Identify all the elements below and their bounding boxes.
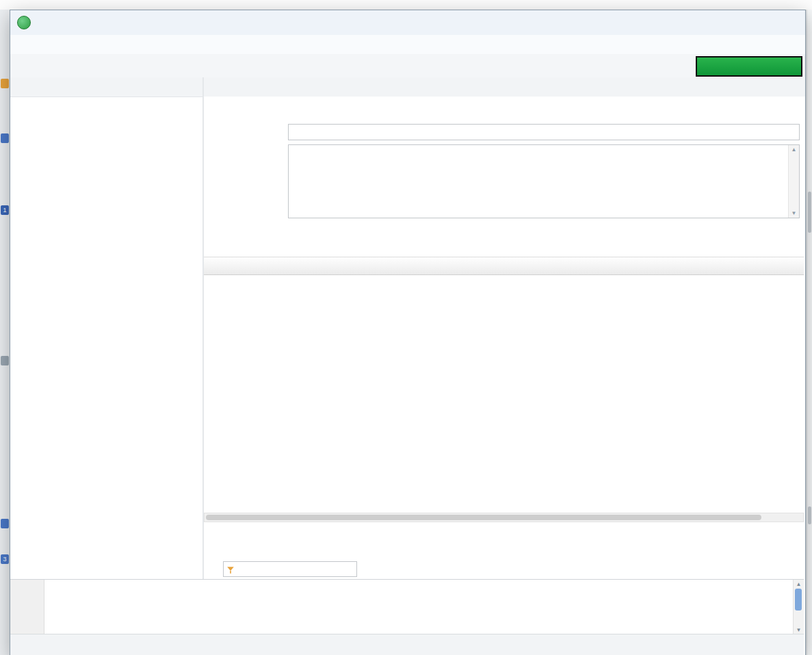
- app-icon: [17, 16, 31, 29]
- main-tabs: [204, 77, 805, 97]
- minimize-icon[interactable]: [711, 10, 742, 35]
- window-controls: [711, 10, 805, 35]
- sql-log-scrollbar-thumb[interactable]: [795, 589, 802, 611]
- background-left-strip: 1 3: [0, 10, 10, 655]
- toolbar: [10, 54, 805, 78]
- comment-box: ▲ ▼: [288, 144, 800, 218]
- background-icon: 3: [1, 554, 9, 564]
- scroll-up-icon[interactable]: ▲: [791, 146, 797, 153]
- table-designer: ▲ ▼: [204, 97, 805, 579]
- comment-scrollbar[interactable]: ▲ ▼: [788, 145, 799, 218]
- columns-grid: [204, 257, 804, 275]
- scroll-up-icon[interactable]: ▲: [796, 581, 802, 587]
- background-icon: [1, 356, 9, 365]
- sql-log-code[interactable]: [44, 580, 793, 634]
- background-icon: [1, 519, 9, 528]
- filter-input[interactable]: [237, 563, 350, 575]
- menubar: [10, 35, 805, 55]
- filter-input-wrap: [223, 561, 357, 577]
- maximize-icon[interactable]: [742, 10, 774, 35]
- sidebar-filter-tabs: [10, 77, 202, 97]
- status-bar: [10, 634, 804, 655]
- background-icon: [1, 133, 9, 143]
- grid-hscrollbar-thumb[interactable]: [206, 515, 761, 520]
- columns-grid-header: [204, 257, 804, 275]
- comment-input[interactable]: [289, 145, 788, 218]
- sidebar: [10, 77, 204, 579]
- filter-bar: [205, 558, 805, 579]
- sql-log-scrollbar[interactable]: ▲ ▼: [793, 580, 804, 634]
- grid-hscrollbar[interactable]: [204, 513, 804, 522]
- donate-button[interactable]: [696, 56, 802, 77]
- close-icon[interactable]: [774, 10, 805, 35]
- heidisql-window: ▲ ▼: [10, 10, 806, 655]
- background-icon: 1: [1, 205, 9, 215]
- background-browser-strip: [0, 0, 812, 10]
- background-scrollbar: [808, 192, 811, 233]
- database-tree: [10, 97, 202, 579]
- sql-log: ▲ ▼: [10, 579, 804, 634]
- funnel-icon: [227, 567, 234, 574]
- titlebar[interactable]: [10, 10, 805, 35]
- main-area: ▲ ▼: [204, 77, 805, 579]
- table-name-input[interactable]: [288, 124, 800, 140]
- background-right-strip: [807, 10, 812, 655]
- scroll-down-icon[interactable]: ▼: [796, 627, 802, 633]
- background-scrollbar: [808, 506, 811, 524]
- sql-log-gutter: [10, 580, 44, 634]
- background-icon: [1, 79, 9, 88]
- scroll-down-icon[interactable]: ▼: [791, 210, 797, 216]
